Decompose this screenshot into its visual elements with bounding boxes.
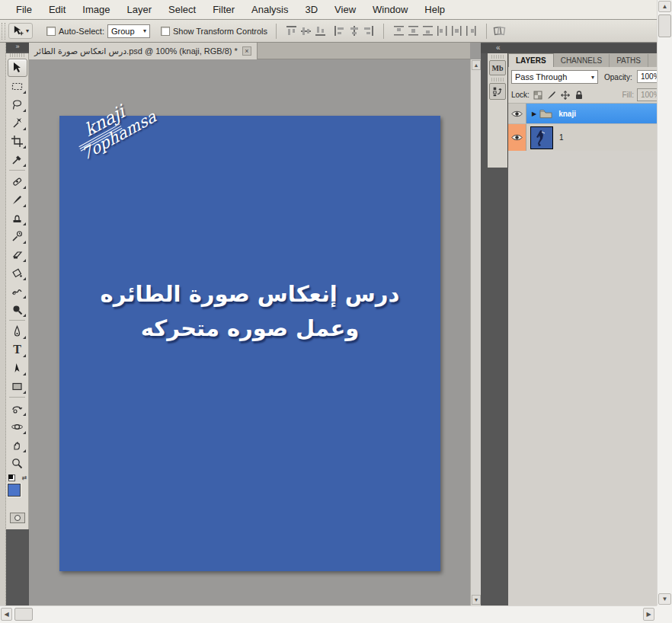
close-icon[interactable]: ×: [242, 46, 251, 56]
opacity-field[interactable]: 100%: [637, 70, 657, 83]
scroll-up-icon[interactable]: ▲: [658, 1, 671, 12]
visibility-toggle[interactable]: [508, 104, 526, 123]
canvas-vertical-scrollbar[interactable]: ▲ ▼: [470, 59, 481, 605]
type-tool[interactable]: T: [8, 340, 27, 359]
lock-pixels-icon[interactable]: [546, 90, 557, 101]
horizontal-scroll-thumb[interactable]: [14, 608, 33, 621]
align-left-edges-icon[interactable]: [333, 24, 346, 37]
crop-tool[interactable]: [8, 132, 27, 150]
menu-3d[interactable]: 3D: [296, 0, 326, 19]
dodge-tool[interactable]: [8, 300, 27, 318]
quick-mask-button[interactable]: [10, 513, 25, 523]
tab-paths[interactable]: PATHS: [610, 54, 648, 67]
flyout-triangle: [23, 259, 26, 262]
chevron-down-icon: ▾: [143, 27, 146, 34]
zoom-tool[interactable]: [8, 454, 27, 472]
3d-rotate-tool[interactable]: [8, 399, 27, 417]
magic-wand-tool[interactable]: [8, 113, 27, 132]
distribute-right-edges-icon[interactable]: [465, 24, 478, 37]
lock-label: Lock:: [511, 91, 530, 99]
document-tab-bar: درس انعكاس صورة الطائر.psd @ 100% (knaji…: [29, 43, 470, 59]
lock-all-icon[interactable]: [574, 90, 584, 101]
outer-vertical-scrollbar[interactable]: ▲ ▼: [657, 0, 672, 605]
layer-row-1[interactable]: 1: [508, 123, 657, 151]
align-bottom-edges-icon[interactable]: [314, 24, 327, 37]
strip-grip: [491, 78, 504, 81]
scroll-up-icon[interactable]: ▲: [472, 60, 481, 70]
eyedropper-tool[interactable]: [8, 150, 27, 168]
scroll-right-icon[interactable]: ▶: [643, 608, 654, 621]
path-selection-tool[interactable]: [8, 359, 27, 377]
flyout-triangle: [23, 449, 26, 452]
separator: [276, 24, 277, 39]
menu-select[interactable]: Select: [160, 0, 204, 19]
menu-help[interactable]: Help: [416, 0, 453, 19]
eraser-tool[interactable]: [8, 245, 27, 264]
tool-preset-picker[interactable]: ▾: [8, 23, 33, 39]
lock-position-icon[interactable]: [560, 90, 571, 101]
menu-edit[interactable]: Edit: [40, 0, 74, 19]
layer-thumbnail[interactable]: [530, 126, 553, 149]
visibility-toggle[interactable]: [508, 124, 526, 151]
move-tool[interactable]: [8, 59, 27, 77]
hand-tool[interactable]: [8, 436, 27, 454]
document-canvas[interactable]: knaji 7ophamsa درس إنعكاس صورة الطائره و…: [59, 116, 440, 571]
paint-bucket-tool[interactable]: [8, 264, 27, 282]
history-brush-tool[interactable]: [8, 227, 27, 245]
double-chevron-right-icon: »: [15, 43, 19, 50]
align-horizontal-centers-icon[interactable]: [347, 24, 360, 37]
scroll-down-icon[interactable]: ▼: [472, 595, 481, 605]
swap-colors-icon[interactable]: ⇄: [22, 474, 27, 481]
menu-window[interactable]: Window: [364, 0, 416, 19]
lock-transparency-icon[interactable]: [533, 90, 543, 101]
menu-image[interactable]: Image: [74, 0, 118, 19]
distribute-bottom-edges-icon[interactable]: [421, 24, 434, 37]
auto-align-layers-icon[interactable]: [493, 24, 506, 37]
menu-filter[interactable]: Filter: [204, 0, 243, 19]
menu-view[interactable]: View: [326, 0, 364, 19]
healing-brush-tool[interactable]: [8, 172, 27, 190]
mini-bridge-button[interactable]: Mb: [489, 60, 506, 75]
eye-icon: [511, 133, 523, 142]
align-vertical-centers-icon[interactable]: [299, 24, 312, 37]
panel-group-button[interactable]: [489, 83, 506, 100]
watermark: knaji 7ophamsa: [72, 89, 158, 164]
menu-analysis[interactable]: Analysis: [243, 0, 296, 19]
distribute-left-edges-icon[interactable]: [436, 24, 449, 37]
smudge-tool[interactable]: [8, 282, 27, 300]
auto-select-checkbox[interactable]: [46, 27, 56, 36]
clone-stamp-icon: [11, 212, 24, 225]
rectangular-marquee-tool[interactable]: [8, 77, 27, 95]
rectangle-tool[interactable]: [8, 377, 27, 395]
menu-file[interactable]: File: [8, 0, 40, 19]
distribute-top-edges-icon[interactable]: [392, 24, 405, 37]
distribute-horizontal-centers-icon[interactable]: [450, 24, 463, 37]
scroll-down-icon[interactable]: ▼: [658, 593, 671, 605]
lasso-tool[interactable]: [8, 95, 27, 113]
document-tab[interactable]: درس انعكاس صورة الطائر.psd @ 100% (knaji…: [29, 43, 258, 59]
auto-select-mode-dropdown[interactable]: Group ▾: [107, 24, 150, 38]
layer-row-knaji[interactable]: ▶ knaji: [508, 104, 657, 123]
show-transform-checkbox[interactable]: [161, 27, 170, 36]
vertical-scroll-thumb[interactable]: [658, 14, 671, 37]
pen-tool[interactable]: [8, 322, 27, 340]
tab-layers[interactable]: LAYERS: [508, 53, 554, 67]
3d-rotate-icon: [11, 402, 24, 415]
3d-orbit-tool[interactable]: [8, 417, 27, 436]
tab-channels[interactable]: CHANNELS: [554, 54, 610, 67]
toolbar-collapse-button[interactable]: »: [6, 43, 29, 52]
clone-stamp-tool[interactable]: [8, 209, 27, 227]
scroll-left-icon[interactable]: ◀: [1, 608, 12, 621]
eyedropper-icon: [11, 153, 24, 166]
menu-layer[interactable]: Layer: [119, 0, 161, 19]
group-expander-icon[interactable]: ▶: [532, 110, 536, 117]
foreground-color-swatch[interactable]: [8, 484, 21, 497]
outer-horizontal-scrollbar[interactable]: ◀ ▶: [0, 605, 657, 623]
default-colors-icon[interactable]: [8, 474, 15, 481]
align-right-edges-icon[interactable]: [362, 24, 375, 37]
distribute-vertical-centers-icon[interactable]: [407, 24, 420, 37]
brush-tool[interactable]: [8, 190, 27, 209]
panel-collapse-button[interactable]: «: [481, 43, 657, 53]
align-top-edges-icon[interactable]: [285, 24, 298, 37]
blend-mode-dropdown[interactable]: Pass Through ▾: [511, 70, 598, 84]
